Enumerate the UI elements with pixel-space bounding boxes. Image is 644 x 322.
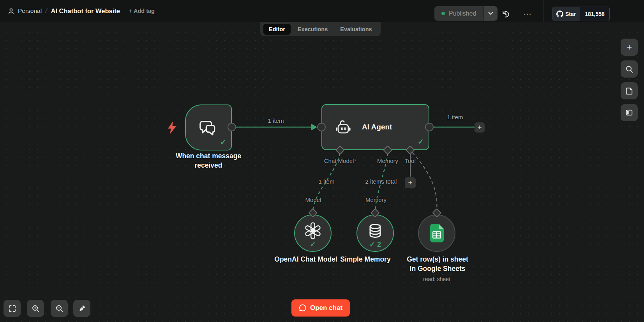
tab-evaluations[interactable]: Evaluations <box>335 24 377 35</box>
zoom-in-icon <box>32 304 40 313</box>
open-chat-button[interactable]: Open chat <box>291 299 350 317</box>
workflow-canvas[interactable]: ✓ When chat message received AI Agent ✓ … <box>0 0 644 322</box>
edge-label-memory-items: 2 items total <box>365 178 397 185</box>
required-asterisk: * <box>354 157 356 164</box>
publish-split-button: Published <box>434 6 498 21</box>
breadcrumb-workspace[interactable]: Personal <box>18 7 42 14</box>
add-node-button[interactable]: + <box>621 39 638 56</box>
github-logo-icon <box>556 11 563 18</box>
database-icon <box>367 222 384 239</box>
ellipsis-icon: ⋯ <box>524 9 532 19</box>
toggle-panel-button[interactable] <box>621 104 638 121</box>
user-icon <box>8 8 14 14</box>
node-google-sheets[interactable] <box>418 214 455 252</box>
tab-editor[interactable]: Editor <box>263 24 291 35</box>
port-label-tool: Tool <box>405 157 416 164</box>
port-label-chat-model: Chat Model* <box>324 157 356 164</box>
add-sticky-note-button[interactable] <box>621 82 638 99</box>
search-icon <box>625 65 633 73</box>
publish-dropdown-button[interactable] <box>483 6 498 21</box>
header-divider <box>543 0 544 22</box>
node-simple-memory[interactable]: ✓ 2 <box>356 214 394 252</box>
history-icon <box>501 10 510 18</box>
endpoint-label-model: Model <box>305 196 321 203</box>
trigger-bolt-icon <box>168 121 177 134</box>
node-success-check: ✓ <box>295 240 331 249</box>
published-button[interactable]: Published <box>434 6 483 21</box>
plus-icon: + <box>408 179 412 187</box>
add-node-after-agent-button[interactable]: + <box>475 122 485 133</box>
endpoint-label-memory: Memory <box>365 196 386 203</box>
split-panel-icon <box>625 109 633 117</box>
published-status-dot <box>441 12 445 15</box>
search-nodes-button[interactable] <box>621 60 638 78</box>
workflow-title[interactable]: AI Chatbot for Website <box>51 7 120 15</box>
node-success-check: ✓ <box>418 137 424 146</box>
github-star-label: Star <box>565 11 576 17</box>
add-tool-button[interactable]: + <box>405 177 416 188</box>
tidy-up-button[interactable] <box>73 300 90 317</box>
broom-icon <box>78 304 86 313</box>
github-star-button[interactable]: Star <box>552 7 580 21</box>
github-star-count[interactable]: 181,558 <box>580 7 609 21</box>
zoom-in-button[interactable] <box>27 300 44 317</box>
view-tabs: Editor Executions Evaluations <box>260 22 381 36</box>
node-success-check: ✓ 2 <box>357 240 393 249</box>
zoom-out-button[interactable] <box>51 300 68 317</box>
zoom-out-icon <box>55 304 64 313</box>
node-label-simple-memory: Simple Memory <box>340 255 390 264</box>
workflow-edges <box>0 0 644 322</box>
fit-view-icon <box>8 304 16 313</box>
node-title-ai-agent: AI Agent <box>362 123 392 131</box>
sticky-note-icon <box>625 87 633 95</box>
tab-executions[interactable]: Executions <box>292 24 333 35</box>
add-tag-button[interactable]: + Add tag <box>129 8 155 14</box>
edge-label-model-items: 1 item <box>319 178 335 185</box>
more-options-button[interactable]: ⋯ <box>522 8 533 20</box>
chat-bubbles-icon <box>196 115 219 138</box>
plus-icon: + <box>626 42 632 53</box>
breadcrumb-separator: / <box>45 7 48 16</box>
zoom-to-fit-button[interactable] <box>4 300 21 317</box>
edge-label-agent-output: 1 item <box>447 114 463 120</box>
node-label-google-sheets: Get row(s) in sheet in Google Sheets <box>407 255 468 273</box>
chevron-down-icon <box>488 12 493 15</box>
node-label-openai: OpenAI Chat Model <box>274 255 337 264</box>
chat-bubble-icon <box>299 304 307 312</box>
open-chat-label: Open chat <box>310 304 342 312</box>
robot-icon <box>333 119 353 136</box>
port-label-memory: Memory <box>377 157 398 164</box>
node-sublabel-google-sheets: read: sheet <box>423 276 450 282</box>
node-chat-trigger[interactable]: ✓ <box>185 104 232 150</box>
top-bar: Personal / AI Chatbot for Website + Add … <box>0 0 644 22</box>
node-ai-agent[interactable]: AI Agent ✓ <box>321 104 429 150</box>
openai-logo-icon <box>304 222 322 240</box>
plus-icon: + <box>477 123 482 132</box>
google-sheets-icon <box>430 224 444 242</box>
node-success-check: ✓ <box>220 138 226 147</box>
published-label: Published <box>449 10 476 17</box>
node-label-trigger: When chat message received <box>168 151 249 170</box>
node-openai-chat-model[interactable]: ✓ <box>294 214 332 252</box>
history-button[interactable] <box>500 9 510 19</box>
edge-label-trigger-agent: 1 item <box>268 117 284 124</box>
github-star-widget: Star 181,558 <box>552 7 610 21</box>
n8n-workflow-editor: ✓ When chat message received AI Agent ✓ … <box>0 0 644 322</box>
